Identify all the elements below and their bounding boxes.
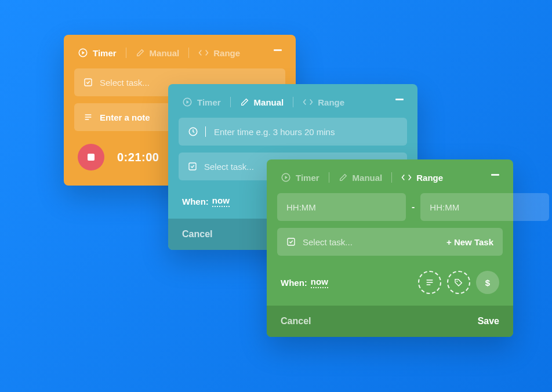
select-task-field[interactable]: Select task... + New Task (277, 228, 503, 256)
tab-row: Timer Manual Range (64, 35, 296, 68)
range-card: Timer Manual Range - Select task... + Ne… (267, 159, 513, 337)
when-label: When: (281, 278, 307, 288)
select-task-placeholder: Select task... (100, 78, 150, 88)
when-label: When: (182, 197, 209, 206)
new-task-button[interactable]: + New Task (446, 237, 493, 247)
range-inputs: - (277, 193, 503, 221)
range-arrows-icon (401, 173, 412, 182)
tab-separator (329, 172, 329, 183)
edit-icon (136, 48, 145, 57)
range-end-field[interactable] (420, 193, 549, 221)
tag-icon (454, 278, 463, 287)
range-dash: - (412, 202, 415, 212)
range-arrows-icon (198, 49, 209, 57)
edit-icon (339, 173, 348, 182)
tab-manual-label: Manual (353, 173, 383, 183)
range-arrows-icon (303, 98, 313, 106)
select-task-placeholder: Select task... (303, 237, 353, 247)
svg-rect-6 (288, 238, 295, 245)
tab-row: Timer Manual Range (168, 84, 417, 118)
clock-icon (188, 126, 198, 137)
minimize-button[interactable] (395, 99, 404, 100)
tab-timer-label: Timer (93, 48, 117, 58)
minimize-button[interactable] (491, 174, 499, 176)
tab-separator (293, 97, 293, 107)
notes-icon (425, 278, 434, 287)
tab-manual-label: Manual (254, 97, 284, 107)
save-button[interactable]: Save (478, 316, 499, 326)
play-circle-icon (78, 48, 88, 58)
cancel-button[interactable]: Cancel (182, 229, 212, 239)
play-circle-icon (182, 97, 193, 107)
tab-range[interactable]: Range (401, 173, 443, 183)
stop-icon (88, 154, 95, 161)
timer-elapsed: 0:21:00 (117, 151, 159, 164)
text-caret (205, 126, 206, 137)
tab-timer[interactable]: Timer (281, 172, 319, 183)
tab-range[interactable]: Range (198, 48, 240, 58)
dollar-icon: $ (485, 278, 490, 288)
stop-button[interactable] (78, 144, 104, 170)
tab-timer[interactable]: Timer (182, 97, 221, 107)
tab-manual[interactable]: Manual (339, 173, 383, 183)
billable-button[interactable]: $ (476, 271, 499, 294)
notes-button[interactable] (418, 271, 441, 294)
tab-manual-label: Manual (150, 48, 180, 58)
tab-range[interactable]: Range (303, 97, 344, 107)
tag-button[interactable] (447, 271, 470, 294)
range-start-input[interactable] (286, 202, 397, 212)
tab-separator (391, 172, 392, 183)
svg-rect-4 (189, 163, 196, 170)
time-input[interactable] (214, 127, 398, 137)
when-value[interactable]: now (311, 277, 328, 288)
tab-timer-label: Timer (296, 173, 319, 183)
tab-timer[interactable]: Timer (78, 48, 117, 58)
range-start-field[interactable] (277, 193, 406, 221)
tab-row: Timer Manual Range (267, 159, 513, 193)
when-row: When: now $ (267, 263, 513, 306)
tab-separator (188, 48, 189, 58)
card-footer: Cancel Save (267, 306, 513, 337)
select-task-placeholder: Select task... (204, 162, 254, 172)
note-text: Enter a note (100, 112, 150, 122)
checkbox-icon (83, 78, 93, 87)
tab-separator (126, 48, 126, 58)
tab-manual[interactable]: Manual (240, 97, 284, 107)
play-circle-icon (281, 172, 291, 183)
tab-range-label: Range (213, 48, 240, 58)
tab-timer-label: Timer (197, 97, 221, 107)
range-end-input[interactable] (430, 202, 540, 212)
tab-range-label: Range (318, 97, 344, 107)
notes-icon (83, 112, 93, 122)
edit-icon (240, 97, 249, 107)
tab-separator (230, 97, 231, 107)
checkbox-icon (188, 162, 197, 171)
time-input-field[interactable] (179, 118, 407, 146)
when-value[interactable]: now (212, 195, 230, 207)
cancel-button[interactable]: Cancel (281, 316, 311, 326)
svg-point-7 (456, 281, 457, 282)
minimize-button[interactable] (274, 49, 282, 51)
svg-rect-1 (85, 79, 92, 86)
checkbox-icon (286, 237, 296, 246)
tab-manual[interactable]: Manual (136, 48, 180, 58)
tab-range-label: Range (416, 173, 443, 183)
